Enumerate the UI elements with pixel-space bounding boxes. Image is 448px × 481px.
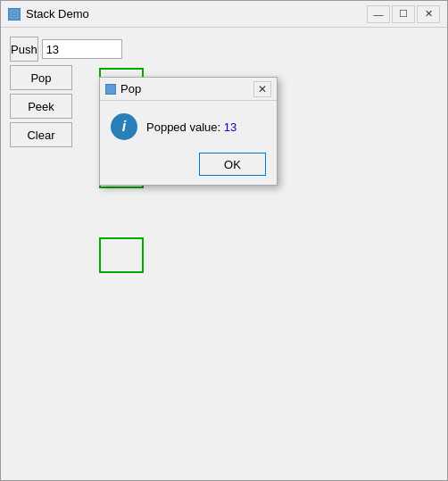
- pop-row: Pop: [10, 65, 108, 90]
- push-row: Push: [10, 37, 108, 62]
- window-title: Stack Demo: [26, 7, 367, 21]
- close-button[interactable]: ✕: [417, 5, 440, 23]
- pop-button[interactable]: Pop: [10, 65, 72, 90]
- main-content: Push Pop Peek Clear Pop ✕: [1, 28, 447, 480]
- peek-row: Peek: [10, 94, 108, 119]
- dialog-message-value: 13: [224, 120, 236, 134]
- title-bar-controls: — ☐ ✕: [367, 5, 440, 23]
- push-input[interactable]: [42, 39, 122, 59]
- dialog-message: Popped value: 13: [146, 120, 236, 134]
- info-icon: i: [111, 113, 137, 140]
- title-bar: Stack Demo — ☐ ✕: [1, 1, 447, 28]
- controls-panel: Push Pop Peek Clear: [10, 37, 108, 147]
- dialog-titlebar: Pop ✕: [100, 78, 277, 101]
- dialog-title: Pop: [120, 82, 253, 95]
- clear-button[interactable]: Clear: [10, 122, 72, 147]
- stack-box-3: [99, 237, 144, 273]
- push-button[interactable]: Push: [10, 37, 38, 62]
- dialog-body: i Popped value: 13 OK: [100, 101, 277, 185]
- minimize-button[interactable]: —: [367, 5, 390, 23]
- dialog-info-row: i Popped value: 13: [111, 113, 266, 140]
- dialog-message-prefix: Popped value:: [146, 120, 224, 134]
- dialog-ok-button[interactable]: OK: [199, 153, 266, 176]
- clear-row: Clear: [10, 122, 108, 147]
- restore-button[interactable]: ☐: [392, 5, 415, 23]
- main-window: Stack Demo — ☐ ✕ Push Pop Peek Cle: [0, 0, 448, 481]
- window-icon: [8, 8, 21, 21]
- dialog-icon: [105, 84, 116, 95]
- dialog-close-button[interactable]: ✕: [253, 81, 271, 97]
- pop-dialog: Pop ✕ i Popped value: 13 OK: [99, 77, 278, 186]
- peek-button[interactable]: Peek: [10, 94, 72, 119]
